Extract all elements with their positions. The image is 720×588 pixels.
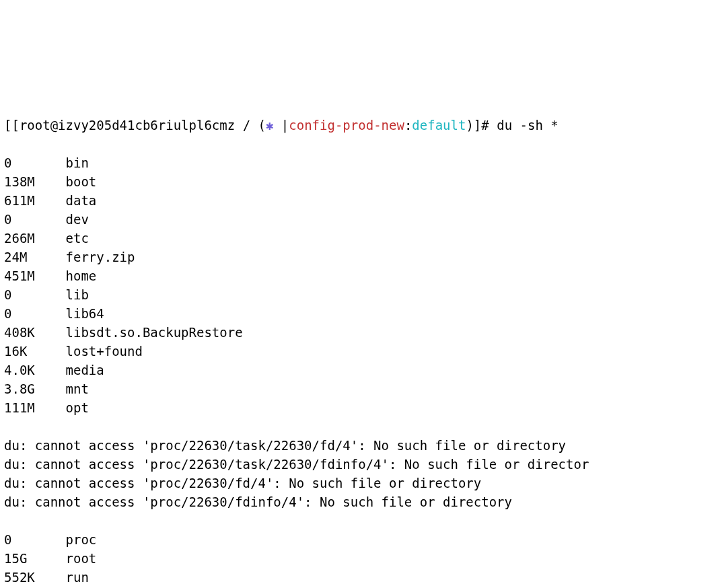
du-row: 3.8Gmnt	[4, 379, 716, 398]
du-size: 138M	[4, 172, 66, 191]
du-name: ferry.zip	[66, 248, 135, 266]
du-size: 552K	[4, 568, 66, 587]
terminal-output[interactable]: [[root@izvy205d41cb6riulpl6cmz / (✱ |con…	[0, 94, 720, 588]
du-name: boot	[66, 172, 97, 191]
du-row: 0bin	[4, 153, 716, 172]
du-row: 24Mferry.zip	[4, 248, 716, 266]
du-size: 3.8G	[4, 379, 66, 398]
du-name: lib	[66, 285, 89, 304]
du-row: 0proc	[4, 530, 716, 549]
du-error-line: du: cannot access 'proc/22630/task/22630…	[4, 455, 716, 474]
du-error-line: du: cannot access 'proc/22630/task/22630…	[4, 436, 716, 455]
du-error-block: du: cannot access 'proc/22630/task/22630…	[4, 436, 716, 511]
star-icon: ✱	[266, 118, 273, 133]
du-name: data	[66, 191, 97, 210]
du-name: root	[66, 549, 97, 568]
du-name: libsdt.so.BackupRestore	[66, 323, 243, 342]
du-row: 15Groot	[4, 549, 716, 568]
du-size: 16K	[4, 342, 66, 361]
du-size: 0	[4, 210, 66, 229]
du-error-line: du: cannot access 'proc/22630/fd/4': No …	[4, 474, 716, 492]
du-size: 15G	[4, 549, 66, 568]
du-name: mnt	[66, 379, 89, 398]
du-row: 408Klibsdt.so.BackupRestore	[4, 323, 716, 342]
du-row: 138Mboot	[4, 172, 716, 191]
du-row: 0lib64	[4, 304, 716, 323]
kube-context: config-prod-new	[289, 118, 404, 133]
du-name: run	[66, 568, 89, 587]
du-row: 0dev	[4, 210, 716, 229]
du-size: 0	[4, 285, 66, 304]
du-output-block-2: 0proc15Groot552Krun0sbin172Ksdtbak.zip36…	[4, 530, 716, 588]
du-name: dev	[66, 210, 89, 229]
prompt-mid: |	[273, 118, 289, 133]
du-name: lib64	[66, 304, 104, 323]
du-row: 16Klost+found	[4, 342, 716, 361]
du-row: 0lib	[4, 285, 716, 304]
prompt-userhost: root@izvy205d41cb6riulpl6cmz	[20, 118, 235, 133]
du-name: opt	[66, 398, 89, 417]
du-size: 611M	[4, 191, 66, 210]
du-name: bin	[66, 153, 89, 172]
du-size: 0	[4, 304, 66, 323]
du-name: lost+found	[66, 342, 143, 361]
du-name: home	[66, 266, 97, 285]
du-row: 552Krun	[4, 568, 716, 587]
prompt-colon: :	[404, 118, 412, 133]
du-size: 451M	[4, 266, 66, 285]
du-size: 408K	[4, 323, 66, 342]
du-row: 266Metc	[4, 229, 716, 248]
du-size: 111M	[4, 398, 66, 417]
du-size: 0	[4, 530, 66, 549]
du-error-line: du: cannot access 'proc/22630/fdinfo/4':…	[4, 492, 716, 511]
prompt-line: [[root@izvy205d41cb6riulpl6cmz / (✱ |con…	[4, 116, 716, 135]
du-name: etc	[66, 229, 89, 248]
command-text: du -sh *	[497, 118, 559, 133]
du-row: 111Mopt	[4, 398, 716, 417]
du-row: 4.0Kmedia	[4, 361, 716, 379]
du-size: 266M	[4, 229, 66, 248]
du-row: 611Mdata	[4, 191, 716, 210]
du-size: 24M	[4, 248, 66, 266]
prompt-path: / (	[235, 118, 266, 133]
kube-namespace: default	[412, 118, 466, 133]
du-name: media	[66, 361, 104, 379]
du-row: 451Mhome	[4, 266, 716, 285]
du-name: proc	[66, 530, 97, 549]
prompt-close: )]#	[466, 118, 497, 133]
du-size: 0	[4, 153, 66, 172]
du-size: 4.0K	[4, 361, 66, 379]
du-output-block-1: 0bin138Mboot611Mdata0dev266Metc24Mferry.…	[4, 153, 716, 417]
prompt-open: [[	[4, 118, 20, 133]
